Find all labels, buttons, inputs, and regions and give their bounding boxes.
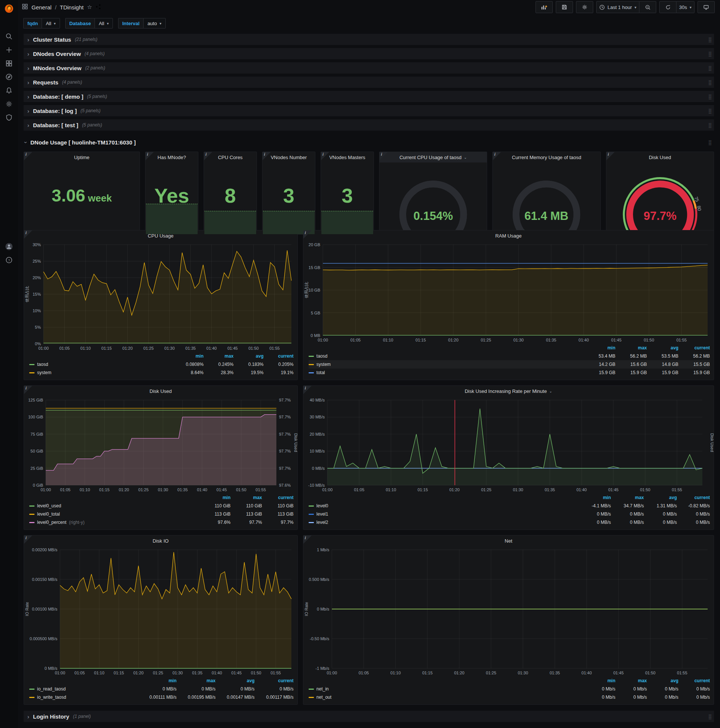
refresh-button[interactable] bbox=[659, 1, 676, 13]
refresh-interval-picker[interactable]: 30s ▾ bbox=[676, 1, 694, 13]
legend-series-net_out[interactable]: net_out bbox=[309, 694, 584, 700]
legend-column-max[interactable]: max bbox=[611, 495, 644, 500]
panel-header[interactable]: Disk Used⌄ bbox=[24, 386, 297, 396]
create-plus-icon[interactable] bbox=[0, 44, 18, 56]
variable-fqdn-value[interactable]: All▾ bbox=[42, 18, 59, 29]
star-icon[interactable]: ☆ bbox=[87, 4, 92, 11]
legend-column-max[interactable]: max bbox=[615, 345, 647, 350]
rate-chart-svg[interactable]: 40 MB/s30 MB/s20 MB/s10 MB/s0 MB/s-10 MB… bbox=[304, 396, 714, 494]
drag-handle-icon[interactable]: ⣿ bbox=[708, 37, 712, 43]
cpu-chart-svg[interactable]: 30%25%20%15%10%5%0%01:0001:0501:1001:150… bbox=[24, 241, 297, 352]
legend-series-level0_total[interactable]: level0_total bbox=[29, 511, 199, 517]
search-icon[interactable] bbox=[0, 30, 18, 43]
legend-series-taosd[interactable]: taosd bbox=[29, 362, 174, 367]
row-login-history[interactable]: › Login History (1 panel) ⣿ bbox=[24, 711, 714, 722]
info-corner-icon[interactable]: i bbox=[606, 152, 615, 160]
legend-series-net_in[interactable]: net_in bbox=[309, 686, 584, 691]
legend-series-level0[interactable]: level0 bbox=[309, 503, 578, 508]
collapsed-row[interactable]: › DNodes Overview (4 panels) ⣿ bbox=[24, 48, 714, 59]
chart-plot[interactable]: 20 GB15 GB10 GB5 GB0 MB01:0001:0501:1001… bbox=[304, 241, 714, 344]
grafana-logo[interactable] bbox=[0, 2, 18, 15]
info-corner-icon[interactable]: i bbox=[380, 152, 388, 160]
info-corner-icon[interactable]: i bbox=[24, 535, 32, 544]
drag-handle-icon[interactable]: ⣿ bbox=[708, 108, 712, 114]
variable-database-label[interactable]: Database bbox=[65, 18, 95, 29]
add-panel-button[interactable] bbox=[535, 1, 553, 13]
help-icon[interactable]: ? bbox=[0, 254, 18, 266]
drag-handle-icon[interactable]: ⣿ bbox=[708, 65, 712, 71]
disk-chart-svg[interactable]: 125 GiB97.7%100 GiB97.7%75 GiB97.7%50 Gi… bbox=[24, 396, 297, 494]
panel-header[interactable]: Current CPU Usage of taosd⌄ bbox=[380, 152, 487, 162]
legend-series-total[interactable]: total bbox=[309, 370, 584, 375]
legend-column-current[interactable]: current bbox=[678, 345, 710, 350]
info-corner-icon[interactable]: i bbox=[204, 152, 212, 160]
collapsed-row[interactable]: › Requests (4 panels) ⣿ bbox=[24, 76, 714, 88]
panel-header[interactable]: Disk IO⌄ bbox=[24, 535, 297, 546]
ram-chart-svg[interactable]: 20 GB15 GB10 GB5 GB0 MB01:0001:0501:1001… bbox=[304, 241, 714, 344]
info-corner-icon[interactable]: i bbox=[321, 152, 329, 160]
io-chart-svg[interactable]: 0.00200 MB/s0.00150 MB/s0.00100 MB/s0.00… bbox=[24, 546, 297, 677]
drag-handle-icon[interactable]: ⣿ bbox=[708, 122, 712, 128]
info-corner-icon[interactable]: i bbox=[24, 152, 32, 160]
chart-plot[interactable]: 0.00200 MB/s0.00150 MB/s0.00100 MB/s0.00… bbox=[24, 546, 297, 677]
legend-series-level0_used[interactable]: level0_used bbox=[29, 503, 199, 508]
legend-series-system[interactable]: system bbox=[309, 362, 584, 367]
info-corner-icon[interactable]: i bbox=[24, 230, 32, 239]
zoom-out-button[interactable] bbox=[639, 1, 656, 13]
drag-handle-icon[interactable]: ⣿ bbox=[708, 80, 712, 85]
net-chart-svg[interactable]: 1 Mb/s0.500 Mb/s0 Mb/s-0.50 Mb/s-1 Mb/s0… bbox=[304, 546, 714, 677]
admin-shield-icon[interactable] bbox=[0, 111, 18, 124]
save-dashboard-button[interactable] bbox=[556, 1, 573, 13]
collapsed-row[interactable]: › MNodes Overview (2 panels) ⣿ bbox=[24, 62, 714, 73]
info-corner-icon[interactable]: i bbox=[304, 386, 312, 394]
legend-column-min[interactable]: min bbox=[137, 678, 177, 683]
user-avatar[interactable] bbox=[0, 240, 18, 253]
variable-interval-value[interactable]: auto▾ bbox=[143, 18, 165, 29]
drag-handle-icon[interactable]: ⣿ bbox=[708, 94, 712, 99]
legend-column-current[interactable]: current bbox=[677, 495, 710, 500]
legend-column-min[interactable]: min bbox=[174, 353, 204, 359]
time-range-picker[interactable]: Last 1 hour ▾ bbox=[596, 1, 639, 13]
info-corner-icon[interactable]: i bbox=[304, 230, 312, 239]
breadcrumb-section[interactable]: General bbox=[32, 4, 51, 11]
share-icon[interactable] bbox=[95, 4, 101, 11]
legend-column-min[interactable]: min bbox=[578, 495, 611, 500]
collapsed-row[interactable]: › Database: [ log ] (5 panels) ⣿ bbox=[24, 105, 714, 116]
collapsed-row[interactable]: › Cluster Status (21 panels) ⣿ bbox=[24, 34, 714, 45]
legend-series-level0_percent[interactable]: level0_percent(right-y) bbox=[29, 520, 199, 525]
panel-header[interactable]: Current Memory Usage of taosd⌄ bbox=[493, 152, 600, 162]
alerts-bell-icon[interactable] bbox=[0, 84, 18, 97]
legend-series-level1[interactable]: level1 bbox=[309, 511, 578, 517]
legend-series-io_write_taosd[interactable]: io_write_taosd bbox=[29, 694, 137, 700]
breadcrumb-page[interactable]: TDinsight bbox=[60, 4, 84, 11]
collapsed-row[interactable]: › Database: [ test ] (5 panels) ⣿ bbox=[24, 119, 714, 131]
panel-header[interactable]: Disk Used⌄ bbox=[606, 152, 714, 162]
legend-column-min[interactable]: min bbox=[584, 345, 615, 350]
legend-column-avg[interactable]: avg bbox=[647, 678, 678, 683]
settings-gear-icon[interactable] bbox=[0, 98, 18, 110]
legend-column-avg[interactable]: avg bbox=[644, 495, 677, 500]
chart-plot[interactable]: 125 GiB97.7%100 GiB97.7%75 GiB97.7%50 Gi… bbox=[24, 396, 297, 494]
info-corner-icon[interactable]: i bbox=[262, 152, 271, 160]
legend-column-max[interactable]: max bbox=[230, 495, 262, 500]
panel-header[interactable]: Net⌄ bbox=[304, 535, 714, 546]
legend-column-current[interactable]: current bbox=[264, 353, 294, 359]
legend-column-min[interactable]: min bbox=[199, 495, 230, 500]
legend-column-min[interactable]: min bbox=[584, 678, 615, 683]
variable-database-value[interactable]: All▾ bbox=[95, 18, 113, 29]
drag-handle-icon[interactable]: ⣿ bbox=[708, 714, 712, 719]
legend-series-system[interactable]: system bbox=[29, 370, 174, 375]
info-corner-icon[interactable]: i bbox=[145, 152, 154, 160]
legend-column-current[interactable]: current bbox=[678, 678, 710, 683]
legend-column-current[interactable]: current bbox=[262, 495, 294, 500]
legend-column-avg[interactable]: avg bbox=[216, 678, 255, 683]
explore-compass-icon[interactable] bbox=[0, 70, 18, 83]
info-corner-icon[interactable]: i bbox=[493, 152, 501, 160]
chart-plot[interactable]: 30%25%20%15%10%5%0%01:0001:0501:1001:150… bbox=[24, 241, 297, 352]
legend-series-taosd[interactable]: taosd bbox=[309, 353, 584, 359]
panel-header[interactable]: Disk Used Increasing Rate per Minute⌄ bbox=[304, 386, 714, 396]
drag-handle-icon[interactable]: ⣿ bbox=[708, 139, 712, 145]
legend-column-max[interactable]: max bbox=[177, 678, 216, 683]
legend-column-max[interactable]: max bbox=[204, 353, 233, 359]
legend-column-avg[interactable]: avg bbox=[647, 345, 678, 350]
